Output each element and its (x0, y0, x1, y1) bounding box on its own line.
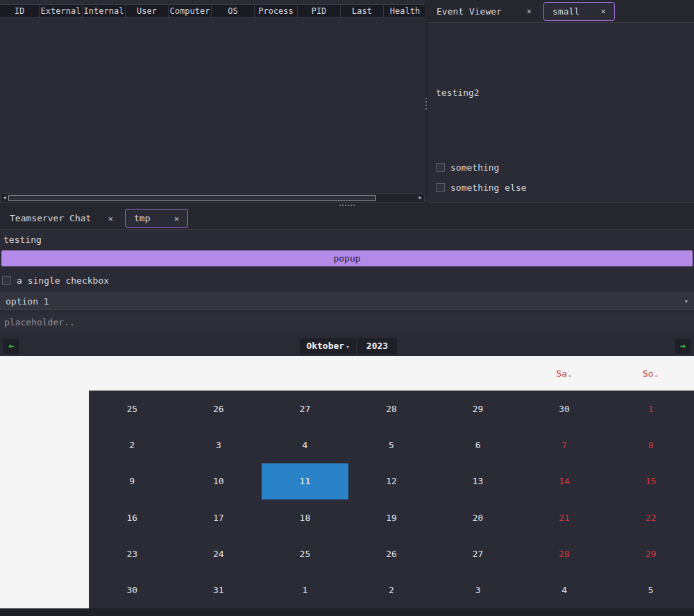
calendar-day[interactable]: 12 (348, 463, 435, 499)
tab-label: small (552, 6, 579, 17)
year-label: 2023 (366, 341, 388, 351)
column-header-os[interactable]: OS (212, 5, 255, 17)
calendar-day[interactable]: 25 (89, 391, 176, 427)
month-label: Oktober (306, 341, 344, 351)
calendar-day[interactable]: 6 (434, 427, 521, 463)
scrollbar-thumb[interactable] (8, 195, 376, 201)
calendar-day[interactable]: 14 (521, 463, 608, 499)
column-header-last[interactable]: Last (341, 5, 384, 17)
calendar-day[interactable]: 4 (262, 427, 348, 463)
single-checkbox[interactable]: a single checkbox (2, 275, 109, 286)
calendar-day[interactable]: 30 (521, 391, 608, 427)
tab-label: Teamserver Chat (10, 213, 91, 223)
close-icon[interactable]: ✕ (174, 214, 179, 223)
calendar-day[interactable]: 4 (521, 572, 608, 608)
calendar-day[interactable]: 21 (521, 499, 608, 536)
calendar-day[interactable]: 1 (262, 572, 348, 608)
calendar-day-selected[interactable]: 11 (262, 463, 348, 499)
week-number-cell (0, 391, 89, 427)
calendar-day-header: So. (607, 368, 694, 379)
calendar-day[interactable]: 13 (434, 463, 521, 499)
calendar-day[interactable]: 28 (521, 536, 608, 572)
calendar-day[interactable]: 19 (348, 499, 435, 536)
close-icon[interactable]: ✕ (527, 6, 532, 16)
checkbox-icon[interactable] (436, 163, 445, 172)
tab-tmp[interactable]: tmp ✕ (125, 209, 188, 228)
checkbox-icon[interactable] (436, 183, 445, 192)
testing-label: testing (3, 234, 42, 245)
horizontal-splitter[interactable] (0, 203, 694, 207)
calendar-day[interactable]: 26 (176, 391, 262, 427)
calendar-day[interactable]: 10 (176, 463, 262, 499)
checkbox-icon[interactable] (2, 276, 11, 285)
tab-label: Event Viewer (437, 6, 502, 17)
calendar-day[interactable]: 3 (434, 572, 521, 608)
column-header-process[interactable]: Process (255, 5, 298, 17)
prev-month-button[interactable]: ➜ (3, 339, 19, 354)
column-header-id[interactable]: ID (0, 5, 40, 17)
tab-label: tmp (134, 213, 150, 223)
event-viewer-tabbar: Event Viewer ✕ small ✕ (428, 0, 694, 23)
close-icon[interactable]: ✕ (601, 6, 606, 16)
month-dropdown-button[interactable]: Oktober▾ (300, 338, 356, 354)
calendar-day[interactable]: 23 (89, 536, 176, 572)
calendar-day[interactable]: 17 (176, 499, 262, 536)
calendar-day[interactable]: 5 (348, 427, 435, 463)
calendar-day[interactable]: 18 (262, 499, 348, 536)
calendar-day[interactable]: 5 (607, 572, 694, 608)
tab-teamserver-chat[interactable]: Teamserver Chat ✕ (1, 209, 122, 228)
splitter-handle-icon (339, 205, 341, 206)
calendar-day[interactable]: 16 (89, 499, 176, 536)
next-month-button[interactable]: ➜ (675, 339, 691, 354)
column-header-external[interactable]: External (40, 5, 83, 17)
close-icon[interactable]: ✕ (108, 214, 113, 223)
calendar-day[interactable]: 8 (607, 427, 694, 463)
sessions-horizontal-scrollbar[interactable]: ◀ ▶ (0, 194, 425, 203)
calendar-day-header: Sa. (521, 368, 608, 379)
calendar-day[interactable]: 27 (434, 536, 521, 572)
week-number-cell (0, 499, 89, 536)
app-window: IDExternalInternalUserComputerOSProcessP… (0, 0, 694, 616)
checkbox-something-else[interactable]: something else (436, 182, 527, 193)
calendar-day[interactable]: 29 (607, 536, 694, 572)
event-panel-text: testing2 (436, 87, 480, 98)
calendar-day[interactable]: 25 (262, 536, 348, 572)
calendar-day[interactable]: 29 (434, 391, 521, 427)
calendar-day[interactable]: 20 (434, 499, 521, 536)
checkbox-something[interactable]: something (436, 162, 499, 173)
year-spinbox[interactable]: 2023 (357, 338, 397, 354)
column-header-internal[interactable]: Internal (83, 5, 126, 17)
option-dropdown[interactable]: option 1 ▾ (0, 293, 694, 310)
column-header-health[interactable]: Health (384, 5, 425, 17)
calendar-day[interactable]: 26 (348, 536, 435, 572)
sessions-table-panel: IDExternalInternalUserComputerOSProcessP… (0, 0, 425, 203)
week-number-cell (0, 536, 89, 572)
tab-event-viewer[interactable]: Event Viewer ✕ (428, 2, 541, 21)
calendar-day[interactable]: 24 (176, 536, 262, 572)
dropdown-value: option 1 (6, 296, 49, 307)
column-header-user[interactable]: User (126, 5, 169, 17)
scroll-left-icon[interactable]: ◀ (1, 194, 8, 202)
calendar-day[interactable]: 1 (607, 391, 694, 427)
chevron-down-icon: ▾ (346, 343, 349, 350)
calendar-day[interactable]: 28 (348, 391, 435, 427)
calendar-day[interactable]: 3 (176, 427, 262, 463)
calendar-day[interactable]: 9 (89, 463, 176, 499)
popup-button[interactable]: popup (1, 250, 693, 266)
calendar-day[interactable]: 15 (607, 463, 694, 499)
checkbox-label: something (450, 162, 499, 173)
calendar-day[interactable]: 30 (89, 572, 176, 608)
scroll-right-icon[interactable]: ▶ (416, 194, 424, 202)
tab-small[interactable]: small ✕ (543, 2, 615, 21)
calendar-day[interactable]: 7 (521, 427, 608, 463)
calendar-day[interactable]: 27 (262, 391, 348, 427)
text-input-wrap (0, 313, 694, 332)
calendar-day[interactable]: 22 (607, 499, 694, 536)
text-input[interactable] (0, 313, 694, 332)
calendar-day[interactable]: 31 (176, 572, 262, 608)
calendar-day[interactable]: 2 (89, 427, 176, 463)
column-header-computer[interactable]: Computer (169, 5, 212, 17)
column-header-pid[interactable]: PID (298, 5, 341, 17)
window-bottom-strip (0, 608, 694, 616)
calendar-day[interactable]: 2 (348, 572, 435, 608)
